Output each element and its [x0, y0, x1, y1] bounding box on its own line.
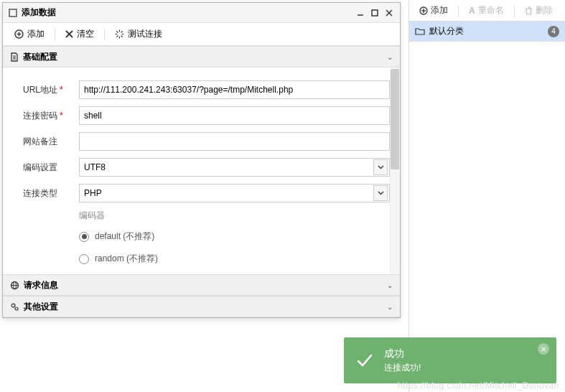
window-icon [9, 9, 17, 17]
category-label: 默认分类 [429, 25, 464, 37]
note-input[interactable] [79, 132, 390, 151]
encoding-value: UTF8 [84, 162, 106, 172]
required-mark: * [60, 85, 63, 95]
sidebar-add-label: 添加 [431, 4, 448, 17]
x-icon [65, 30, 73, 38]
minimize-button[interactable] [355, 8, 365, 18]
encoder-random-label: random (不推荐) [95, 253, 158, 265]
svg-line-16 [117, 36, 118, 37]
conn-type-value: PHP [84, 188, 102, 198]
font-icon: A [469, 6, 475, 16]
conn-type-label: 连接类型 [23, 187, 57, 200]
encoder-title: 编码器 [79, 210, 390, 222]
count-badge: 4 [548, 26, 559, 37]
radio-icon [79, 232, 89, 242]
separator [104, 28, 105, 41]
password-label: 连接密码 [23, 110, 57, 122]
svg-line-15 [121, 36, 122, 37]
url-label: URL地址 [23, 84, 57, 96]
dialog-toolbar: 添加 清空 测试连接 [3, 23, 400, 46]
svg-line-17 [121, 32, 122, 32]
required-mark: * [60, 111, 63, 121]
encoding-select[interactable]: UTF8 [79, 158, 390, 177]
accordion-other-label: 其他设置 [24, 301, 58, 313]
accordion-request-label: 请求信息 [24, 279, 58, 291]
scrollbar[interactable] [390, 67, 400, 274]
chevron-down-icon: ⌄ [387, 53, 393, 61]
plus-circle-icon [14, 29, 24, 39]
toast-message: 连接成功! [384, 362, 421, 374]
encoder-radio-default[interactable]: default (不推荐) [79, 230, 390, 243]
gears-icon [10, 302, 19, 312]
svg-rect-2 [372, 10, 378, 16]
scroll-thumb[interactable] [391, 69, 399, 169]
add-data-dialog: 添加数据 添加 清空 [2, 2, 401, 318]
svg-line-14 [117, 32, 118, 32]
browser-icon [10, 281, 19, 290]
sidebar-rename-button[interactable]: A 重命名 [463, 1, 510, 19]
chevron-down-icon[interactable] [373, 185, 388, 201]
svg-point-25 [15, 307, 18, 310]
radio-icon [79, 254, 89, 264]
svg-point-24 [11, 304, 15, 307]
accordion-basic-label: 基础配置 [23, 51, 57, 63]
separator [55, 28, 55, 41]
sidebar-delete-button[interactable]: 删除 [519, 1, 559, 19]
clear-button-label: 清空 [77, 28, 94, 40]
category-toolbar: 添加 A 重命名 删除 [409, 0, 565, 22]
test-button-label: 测试连接 [128, 28, 162, 40]
separator [514, 5, 515, 17]
toast-close-button[interactable]: ✕ [538, 343, 549, 355]
encoder-default-label: default (不推荐) [95, 230, 154, 243]
sidebar-add-button[interactable]: 添加 [414, 1, 454, 19]
trash-icon [525, 6, 533, 15]
add-button-label: 添加 [27, 28, 45, 40]
watermark: https://blog.csdn.net/Mitchell_Donovan [398, 381, 559, 391]
close-button[interactable] [384, 8, 394, 18]
dialog-titlebar[interactable]: 添加数据 [3, 3, 400, 23]
document-icon [10, 52, 19, 62]
chevron-down-icon: ⌄ [387, 303, 393, 311]
svg-rect-0 [9, 9, 17, 17]
maximize-button[interactable] [370, 8, 380, 18]
url-input[interactable] [79, 80, 390, 99]
toast-title: 成功 [384, 347, 421, 360]
category-row[interactable]: 默认分类 4 [409, 22, 565, 42]
encoding-label: 编码设置 [23, 162, 57, 174]
conn-type-select[interactable]: PHP [79, 184, 390, 202]
clear-button[interactable]: 清空 [58, 25, 101, 43]
encoder-radio-random[interactable]: random (不推荐) [79, 253, 390, 265]
check-icon [355, 351, 374, 370]
test-connection-button[interactable]: 测试连接 [108, 25, 169, 43]
separator [458, 5, 459, 17]
accordion-request-header[interactable]: 请求信息 ⌄ [3, 274, 400, 296]
add-button[interactable]: 添加 [7, 25, 52, 43]
success-toast: 成功 连接成功! ✕ [344, 337, 556, 383]
accordion-other-header[interactable]: 其他设置 ⌄ [3, 296, 400, 317]
chevron-down-icon[interactable] [373, 159, 388, 175]
sidebar-delete-label: 删除 [536, 4, 553, 17]
note-label: 网站备注 [23, 136, 57, 148]
password-input[interactable] [79, 106, 390, 125]
accordion-basic-header[interactable]: 基础配置 ⌄ [3, 46, 400, 67]
chevron-down-icon: ⌄ [387, 281, 393, 289]
folder-icon [415, 27, 425, 35]
dialog-title: 添加数据 [22, 6, 56, 19]
plus-circle-icon [419, 6, 428, 15]
basic-config-body: URL地址* 连接密码* 网站备注 编码设置 UTF8 [3, 67, 400, 274]
sidebar-rename-label: 重命名 [478, 4, 504, 17]
spinner-icon [115, 29, 124, 39]
